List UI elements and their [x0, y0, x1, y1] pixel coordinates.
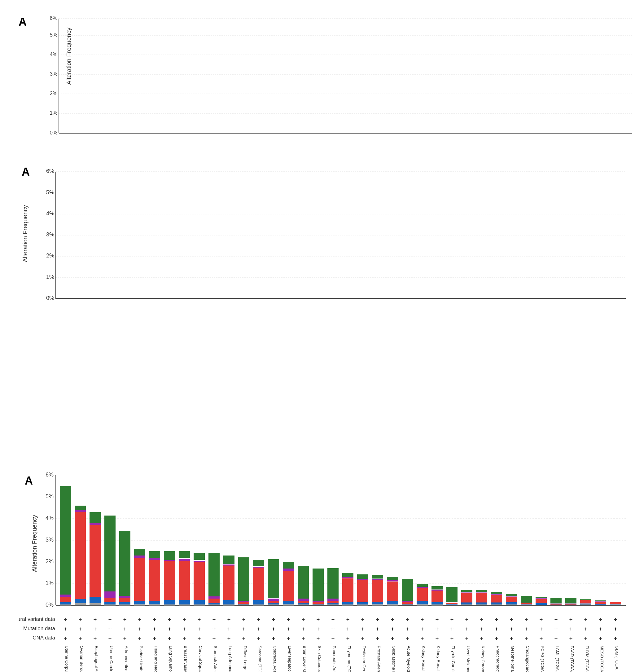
svg-rect-206: [535, 605, 547, 605]
svg-text:+: +: [93, 616, 97, 623]
svg-rect-131: [312, 604, 324, 605]
svg-rect-193: [491, 595, 502, 603]
svg-text:Mesothelioma (TCGA, PanCancer : Mesothelioma (TCGA, PanCancer Atlas): [510, 646, 515, 672]
svg-text:+: +: [213, 626, 216, 632]
svg-rect-220: [565, 598, 576, 604]
svg-text:+: +: [525, 626, 528, 632]
svg-text:+: +: [614, 626, 617, 632]
svg-text:+: +: [376, 626, 379, 632]
svg-text:+: +: [391, 626, 394, 632]
svg-rect-154: [372, 579, 383, 580]
svg-text:+: +: [316, 616, 320, 623]
svg-text:+: +: [153, 626, 156, 632]
svg-rect-167: [417, 601, 428, 604]
svg-text:+: +: [480, 635, 484, 641]
svg-rect-59: [89, 523, 101, 525]
svg-rect-94: [194, 561, 205, 562]
svg-rect-141: [342, 604, 353, 606]
svg-rect-52: [75, 599, 86, 603]
svg-rect-189: [476, 592, 487, 593]
svg-rect-136: [327, 604, 338, 605]
svg-rect-102: [223, 600, 235, 604]
svg-text:0%: 0%: [46, 602, 53, 608]
svg-text:+: +: [406, 616, 409, 623]
svg-rect-177: [446, 604, 458, 605]
svg-rect-183: [461, 593, 473, 603]
svg-text:Kidney Renal Papillary Cell Ca: Kidney Renal Papillary Cell Carcinoma (T…: [436, 646, 441, 672]
svg-text:+: +: [540, 616, 543, 623]
svg-rect-150: [357, 575, 368, 579]
svg-rect-229: [595, 601, 606, 602]
svg-rect-188: [476, 593, 487, 603]
svg-rect-221: [580, 604, 591, 605]
svg-rect-213: [550, 604, 562, 605]
svg-rect-74: [134, 556, 145, 558]
svg-rect-227: [595, 604, 606, 605]
svg-rect-128: [298, 601, 309, 603]
panel-a-svg: Alteration Frequency 0% 1% 2% 3% 4% 5% 6…: [19, 166, 632, 469]
svg-rect-148: [357, 580, 368, 602]
svg-text:+: +: [79, 635, 82, 641]
svg-text:+: +: [346, 616, 350, 623]
svg-rect-160: [387, 577, 398, 580]
svg-text:Kidney Renal Clear Cell Tumors: Kidney Renal Clear Cell Tumors (TCGA, Pa…: [421, 646, 426, 672]
svg-rect-205: [521, 596, 532, 603]
svg-rect-218: [565, 604, 576, 605]
svg-text:Acute Myeloid Leukemia (TCGA, : Acute Myeloid Leukemia (TCGA, PanCancer …: [407, 646, 411, 672]
svg-rect-116: [268, 604, 279, 605]
svg-text:+: +: [525, 635, 528, 641]
svg-text:Brain Lower Grade Glioma (TCGA: Brain Lower Grade Glioma (TCGA, PanCance…: [302, 646, 307, 672]
svg-text:6%: 6%: [46, 472, 53, 478]
svg-text:+: +: [79, 626, 82, 632]
svg-rect-162: [402, 604, 413, 604]
svg-text:Breast Invasive Carcinoma (TCG: Breast Invasive Carcinoma (TCGA, PanCanc…: [183, 646, 188, 672]
svg-rect-171: [432, 604, 443, 606]
svg-text:+: +: [168, 626, 171, 632]
svg-rect-57: [89, 597, 101, 603]
svg-rect-219: [565, 604, 576, 604]
svg-text:+: +: [227, 616, 231, 623]
svg-rect-76: [149, 604, 160, 606]
svg-text:5%: 5%: [46, 189, 54, 195]
svg-rect-88: [179, 561, 190, 600]
svg-text:+: +: [451, 626, 454, 632]
bar-chart: 0% 1% 2% 3% 4% 5% 6%: [43, 16, 632, 146]
svg-rect-233: [610, 602, 621, 604]
svg-rect-195: [491, 592, 502, 594]
svg-text:Alteration Frequency: Alteration Frequency: [31, 515, 38, 572]
svg-rect-165: [402, 579, 413, 601]
svg-rect-54: [75, 510, 86, 512]
svg-rect-127: [298, 603, 309, 604]
svg-rect-225: [580, 599, 591, 600]
svg-text:Bladder Urothelial Carcinoma (: Bladder Urothelial Carcinoma (TCGA, PanC…: [139, 646, 144, 672]
svg-rect-123: [283, 571, 294, 601]
svg-text:+: +: [554, 616, 558, 623]
svg-rect-56: [89, 603, 101, 605]
svg-text:+: +: [331, 626, 335, 632]
svg-rect-207: [535, 603, 547, 605]
svg-text:0%: 0%: [49, 130, 57, 136]
svg-rect-174: [432, 590, 443, 591]
svg-text:+: +: [495, 616, 498, 623]
svg-text:+: +: [391, 635, 394, 641]
svg-rect-161: [402, 604, 413, 605]
svg-text:Testicular Germ Cell Tumors (T: Testicular Germ Cell Tumors (TCGA, PanCa…: [362, 646, 367, 672]
svg-text:6%: 6%: [46, 168, 54, 174]
svg-text:+: +: [272, 616, 276, 623]
svg-text:+: +: [510, 635, 513, 641]
svg-rect-115: [253, 560, 264, 566]
svg-rect-101: [223, 604, 235, 606]
svg-rect-197: [506, 602, 517, 604]
svg-text:CNA data: CNA data: [32, 635, 55, 641]
svg-text:Thyroid Carcinoma (TCGA, PanCa: Thyroid Carcinoma (TCGA, PanCancer Atlas…: [451, 646, 456, 672]
svg-rect-184: [461, 592, 473, 593]
svg-text:1%: 1%: [49, 110, 57, 116]
svg-rect-208: [535, 599, 547, 603]
svg-text:+: +: [584, 635, 588, 641]
svg-text:+: +: [554, 626, 558, 632]
svg-text:+: +: [242, 635, 246, 641]
svg-rect-112: [253, 600, 264, 604]
svg-text:+: +: [198, 635, 201, 641]
svg-text:+: +: [138, 616, 141, 623]
svg-text:Alteration Frequency: Alteration Frequency: [22, 205, 28, 262]
